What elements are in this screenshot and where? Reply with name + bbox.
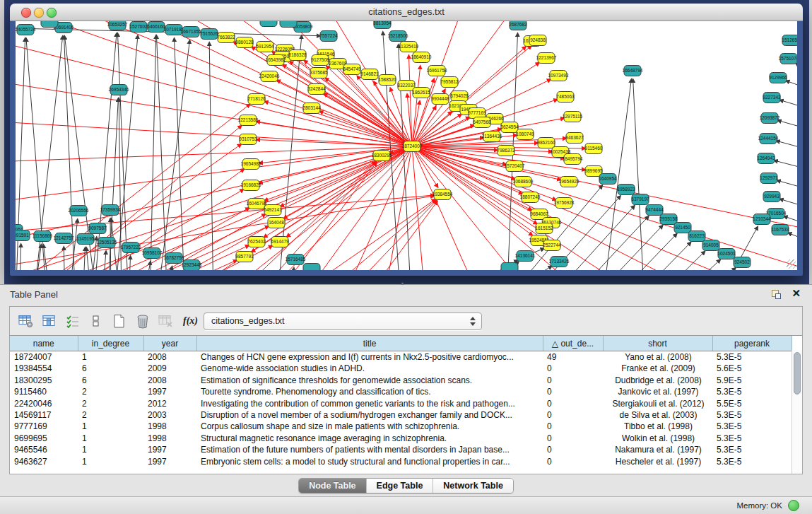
graph-edge[interactable]: [778, 120, 797, 129]
graph-node[interactable]: 10653257: [107, 21, 128, 30]
graph-edge[interactable]: [16, 146, 412, 247]
column-header-6[interactable]: pagerank: [712, 336, 792, 351]
graph-node[interactable]: 15218506: [388, 31, 408, 42]
graph-node[interactable]: 2687682: [509, 21, 527, 30]
graph-node[interactable]: 2718126: [247, 94, 266, 105]
column-header-4[interactable]: △ out_de...: [543, 336, 603, 351]
graph-node[interactable]: 1615152: [535, 223, 553, 234]
column-header-0[interactable]: name: [10, 336, 78, 351]
graph-node[interactable]: 7485063: [556, 92, 575, 103]
graph-node[interactable]: 7986372: [497, 146, 515, 156]
graph-node[interactable]: 21364436: [482, 132, 502, 142]
graph-node[interactable]: 924502: [734, 257, 751, 268]
graph-node[interactable]: 12505135: [97, 238, 117, 248]
graph-node[interactable]: 19384554: [433, 189, 453, 200]
column-header-2[interactable]: year: [143, 336, 196, 351]
graph-node[interactable]: 7515526: [200, 29, 218, 40]
graph-node[interactable]: 12975115: [563, 112, 583, 122]
graph-edge[interactable]: [588, 226, 663, 270]
tab-node-table[interactable]: Node Table: [299, 479, 366, 493]
graph-node[interactable]: 7663822: [217, 33, 235, 43]
graph-edge[interactable]: [412, 146, 438, 187]
window-titlebar[interactable]: citations_edges.txt: [10, 4, 803, 21]
graph-node[interactable]: 6379197: [631, 194, 649, 205]
graph-node[interactable]: 1167533: [772, 225, 789, 235]
graph-node[interactable]: 921450: [674, 223, 691, 233]
graph-node[interactable]: [303, 264, 320, 271]
tab-network-table[interactable]: Network Table: [433, 479, 513, 493]
graph-node[interactable]: 9857791: [235, 252, 254, 262]
network-graph-svg[interactable]: 1872400718300295193845547663822986012859…: [16, 21, 797, 270]
node-table[interactable]: namein_degreeyeartitle△ out_de...shortpa…: [10, 336, 792, 467]
table-row[interactable]: 1872400712008Changes of HCN gene express…: [10, 351, 792, 363]
graph-node[interactable]: 9860128: [235, 37, 254, 48]
graph-node[interactable]: 18807249: [520, 192, 541, 203]
graph-node[interactable]: 924838: [529, 35, 546, 46]
graph-edge[interactable]: [788, 233, 797, 240]
graph-node[interactable]: 1264943: [757, 153, 775, 164]
graph-node[interactable]: 1512654: [782, 35, 797, 46]
table-row[interactable]: 946554611997Estimation of the future num…: [10, 444, 792, 455]
graph-node[interactable]: 10688609: [513, 177, 534, 187]
graph-node[interactable]: 7625402: [247, 237, 266, 247]
graph-node[interactable]: 7955812: [440, 77, 459, 88]
graph-node[interactable]: 1527602: [129, 22, 148, 33]
graph-node[interactable]: 18640910: [411, 52, 432, 63]
graph-node[interactable]: 15716485: [286, 255, 306, 265]
graph-node[interactable]: 8186328: [288, 50, 307, 61]
graph-node[interactable]: 19654985: [241, 159, 261, 170]
graph-edge[interactable]: [673, 259, 720, 270]
graph-node[interactable]: 1145195: [77, 234, 95, 245]
graph-edge[interactable]: [694, 268, 736, 270]
graph-node[interactable]: 16648794: [623, 66, 643, 76]
graph-node[interactable]: 9129966: [769, 73, 787, 83]
function-builder-icon[interactable]: f(x): [183, 315, 198, 327]
graph-edge[interactable]: [630, 243, 691, 270]
graph-edge[interactable]: [779, 100, 797, 108]
graph-node[interactable]: 1210344: [753, 214, 771, 225]
graph-node[interactable]: 2522744: [543, 240, 561, 251]
graph-edge[interactable]: [341, 146, 412, 270]
network-canvas[interactable]: 1872400718300295193845547663822986012859…: [16, 21, 797, 270]
graph-edge[interactable]: [796, 64, 797, 71]
table-row[interactable]: 2242004622012Investigating the contribut…: [10, 398, 792, 409]
graph-node[interactable]: [260, 21, 277, 27]
graph-node[interactable]: 16543982: [266, 55, 286, 66]
table-settings-icon[interactable]: [17, 312, 35, 330]
graph-node[interactable]: 1588520: [378, 75, 396, 86]
graph-node[interactable]: 1024501: [717, 249, 736, 259]
graph-edge[interactable]: [777, 180, 797, 189]
graph-node[interactable]: 15751074: [779, 54, 797, 64]
table-row[interactable]: 977716911998Corpus callosum shape and si…: [10, 421, 792, 432]
vertical-scrollbar[interactable]: [792, 350, 802, 474]
graph-node[interactable]: 15720407: [505, 161, 525, 172]
graph-node[interactable]: 1292971: [760, 173, 778, 184]
graph-node[interactable]: 929943: [763, 192, 780, 202]
graph-node[interactable]: 8454749: [343, 64, 361, 75]
row-height-icon[interactable]: [87, 312, 105, 330]
graph-edge[interactable]: [779, 199, 797, 207]
table-row[interactable]: 1938455462009Genome-wide association stu…: [10, 363, 792, 374]
graph-node[interactable]: 18495794: [563, 154, 583, 165]
graph-node[interactable]: [501, 263, 518, 271]
graph-node[interactable]: 12093872: [760, 113, 780, 124]
graph-node[interactable]: 3375685: [310, 68, 328, 78]
graph-node[interactable]: 12444154: [758, 134, 779, 144]
graph-node[interactable]: 8813054: [373, 21, 392, 29]
graph-node[interactable]: 19654923: [559, 177, 579, 187]
graph-node[interactable]: 18724007: [402, 141, 423, 152]
graph-node[interactable]: 6914479: [271, 237, 289, 247]
tab-edge-table[interactable]: Edge Table: [367, 479, 434, 493]
graph-node[interactable]: 14136141: [515, 251, 536, 262]
graph-node[interactable]: [41, 21, 58, 28]
graph-node[interactable]: 17359934: [100, 205, 121, 216]
new-document-icon[interactable]: [110, 312, 129, 330]
graph-node[interactable]: 1862615: [412, 88, 430, 98]
graph-node[interactable]: 11156869: [33, 231, 52, 242]
float-panel-icon[interactable]: [772, 290, 781, 299]
table-column-icon[interactable]: [40, 312, 59, 330]
graph-edge[interactable]: [64, 247, 65, 270]
graph-node[interactable]: 17133426: [549, 257, 570, 267]
close-panel-icon[interactable]: ✕: [792, 287, 801, 300]
graph-node[interactable]: 19756928: [554, 198, 575, 209]
